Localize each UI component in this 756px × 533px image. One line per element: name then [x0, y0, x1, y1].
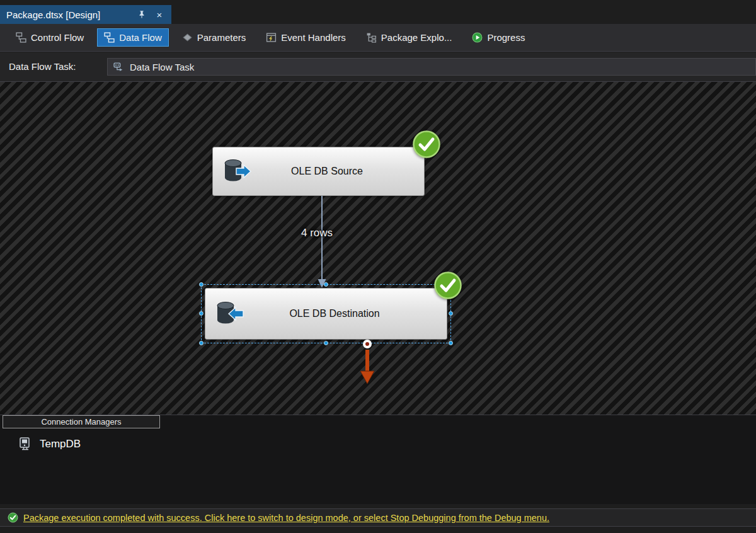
- selection-handle[interactable]: [199, 282, 203, 287]
- tab-label: Event Handlers: [281, 32, 346, 43]
- connection-managers-header[interactable]: Connection Managers: [3, 415, 160, 428]
- ole-db-destination-icon: [214, 301, 244, 327]
- tab-event-handlers[interactable]: Event Handlers: [259, 28, 353, 47]
- error-output-origin[interactable]: [363, 340, 372, 348]
- parameters-icon: [182, 32, 193, 43]
- selection-handle[interactable]: [199, 341, 203, 345]
- error-output-dot: [365, 342, 369, 346]
- progress-icon: [472, 32, 483, 43]
- control-flow-icon: [16, 32, 26, 43]
- tab-parameters[interactable]: Parameters: [175, 28, 253, 47]
- tab-label: Package Explo...: [381, 32, 452, 43]
- tab-label: Control Flow: [31, 32, 84, 43]
- success-check-icon-status: [8, 512, 18, 523]
- tab-data-flow[interactable]: Data Flow: [97, 28, 169, 47]
- connection-manager-name: TempDB: [40, 438, 81, 450]
- ole-db-source-icon: [221, 158, 251, 185]
- data-flow-task-dropdown[interactable]: Data Flow Task: [107, 58, 756, 76]
- ole-db-source-node[interactable]: OLE DB Source: [212, 147, 425, 196]
- selection-handle[interactable]: [324, 341, 328, 345]
- document-tab-bar: Package.dtsx [Design] ×: [0, 0, 756, 24]
- close-icon[interactable]: ×: [154, 9, 165, 20]
- selection-handle[interactable]: [199, 311, 203, 316]
- success-check-icon-destination: [433, 271, 462, 300]
- ssis-designer-window: Package.dtsx [Design] × Control Flow Dat…: [0, 0, 756, 533]
- selection-handle[interactable]: [449, 311, 453, 316]
- data-flow-icon: [104, 32, 115, 43]
- data-flow-task-value: Data Flow Task: [130, 62, 194, 72]
- view-tab-strip: Control Flow Data Flow Parameters Event …: [0, 24, 756, 52]
- selection-handle[interactable]: [449, 341, 453, 345]
- debug-status-bar: Package execution completed with success…: [0, 508, 756, 527]
- success-check-icon-source: [412, 130, 441, 159]
- node-label: OLE DB Source: [251, 166, 424, 177]
- event-handlers-icon: [266, 32, 277, 43]
- row-count-label: 4 rows: [301, 227, 333, 239]
- data-path-connector[interactable]: [316, 196, 328, 289]
- task-selector-row: Data Flow Task: Data Flow Task: [0, 52, 756, 82]
- document-tab-package-dtsx[interactable]: Package.dtsx [Design] ×: [0, 5, 171, 24]
- connection-manager-tempdb[interactable]: TempDB: [18, 437, 81, 452]
- data-flow-task-icon: [113, 61, 125, 73]
- selection-handle[interactable]: [324, 282, 328, 287]
- status-area: Package execution completed with success…: [0, 504, 756, 533]
- node-label: OLE DB Destination: [244, 308, 447, 319]
- data-flow-design-surface[interactable]: 4 rows OLE DB Source: [0, 82, 756, 415]
- tab-progress[interactable]: Progress: [465, 28, 532, 47]
- package-explorer-icon: [366, 32, 377, 43]
- switch-to-design-mode-link[interactable]: Package execution completed with success…: [23, 513, 549, 523]
- connection-managers-panel: Connection Managers TempDB: [0, 415, 756, 504]
- ole-db-destination-node[interactable]: OLE DB Destination: [205, 288, 447, 340]
- tab-label: Progress: [487, 32, 525, 43]
- tab-package-explorer[interactable]: Package Explo...: [359, 28, 459, 47]
- error-output-arrow[interactable]: [360, 350, 375, 385]
- connection-manager-icon: [18, 437, 33, 452]
- pin-icon[interactable]: [136, 9, 147, 20]
- tab-label: Parameters: [197, 32, 246, 43]
- tab-control-flow[interactable]: Control Flow: [9, 28, 91, 47]
- tab-label: Data Flow: [119, 32, 162, 43]
- document-tab-title: Package.dtsx [Design]: [6, 9, 130, 20]
- task-selector-label: Data Flow Task:: [9, 61, 76, 72]
